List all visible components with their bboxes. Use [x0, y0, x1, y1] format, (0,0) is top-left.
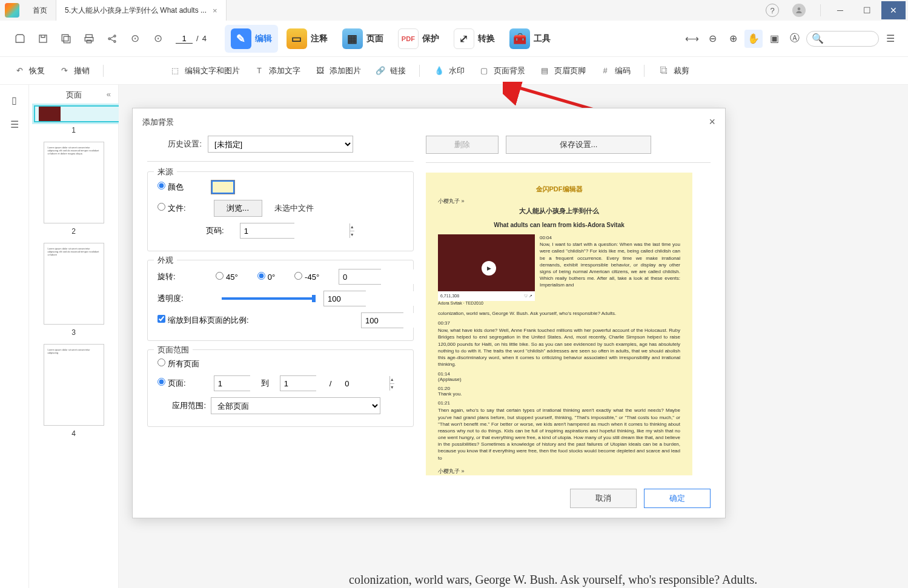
- svg-rect-1: [39, 35, 47, 42]
- add-image-button[interactable]: 🖼添加图片: [309, 62, 366, 79]
- collapse-panel-icon[interactable]: «: [107, 90, 111, 99]
- outline-rail-icon[interactable]: ☰: [8, 117, 21, 131]
- mode-tab-convert[interactable]: ⤢转换: [448, 25, 501, 53]
- page-background-button[interactable]: ▢页面背景: [473, 62, 530, 79]
- scale-value-input[interactable]: ▲▼: [361, 312, 403, 328]
- page-down-icon[interactable]: ⊙: [151, 32, 165, 45]
- header-footer-label: 页眉页脚: [554, 65, 586, 76]
- color-swatch[interactable]: [211, 180, 234, 194]
- link-label: 链接: [390, 65, 406, 76]
- page-num-input[interactable]: ▲▼: [240, 223, 294, 239]
- add-image-icon: 🖼: [314, 65, 326, 77]
- tab-home[interactable]: 首页: [24, 0, 56, 21]
- thumbnail-page-4[interactable]: Lorem ipsum dolor sit amet consectetur a…: [44, 344, 104, 426]
- scale-checkbox[interactable]: 缩放到目标页面的比例:: [157, 315, 249, 326]
- mode-tab-tools[interactable]: 🧰工具: [503, 25, 557, 53]
- redo-button[interactable]: ↷撤销: [53, 62, 94, 79]
- page-input[interactable]: [176, 34, 193, 44]
- save-settings-button[interactable]: 保存设置...: [506, 136, 651, 154]
- opacity-value-input[interactable]: ▲▼: [323, 291, 366, 306]
- svg-rect-3: [64, 36, 70, 43]
- cancel-button[interactable]: 取消: [570, 489, 637, 508]
- open-file-icon[interactable]: [13, 32, 27, 45]
- preview-p2: Now, what have kids done? Well, Anne Fra…: [438, 327, 680, 368]
- undo-button[interactable]: ↶恢复: [8, 62, 50, 79]
- page-up-icon[interactable]: ⊙: [128, 32, 142, 45]
- close-window-button[interactable]: ✕: [881, 1, 906, 19]
- thumbnails-rail-icon[interactable]: ▯: [8, 93, 21, 107]
- zoom-out-icon[interactable]: ⊖: [703, 30, 721, 48]
- browse-button[interactable]: 浏览...: [214, 200, 262, 217]
- range-to-input[interactable]: ▲▼: [280, 375, 316, 391]
- save-icon[interactable]: [36, 32, 50, 45]
- select-tool-icon[interactable]: ▣: [765, 30, 783, 48]
- thumbnail-label-3: 3: [34, 328, 113, 337]
- history-select[interactable]: [未指定]: [208, 136, 353, 153]
- rotate-0-radio[interactable]: 0°: [257, 272, 275, 282]
- pages-radio[interactable]: 页面:: [157, 378, 186, 389]
- file-radio[interactable]: 文件:: [157, 203, 186, 214]
- mode-tab-comment[interactable]: ▭注释: [280, 25, 334, 53]
- apply-range-label: 应用范围:: [164, 400, 206, 411]
- rotate-45-radio[interactable]: 45°: [216, 272, 238, 282]
- svg-rect-2: [62, 35, 68, 41]
- help-icon[interactable]: ?: [766, 4, 779, 17]
- bates-button[interactable]: #编码: [594, 62, 635, 79]
- add-text-button[interactable]: T添加文字: [248, 62, 305, 79]
- opacity-slider[interactable]: [222, 297, 313, 300]
- mode-tab-page[interactable]: ▦页面: [336, 25, 389, 53]
- edit-text-image-button[interactable]: ⬚编辑文字和图片: [164, 62, 245, 79]
- mode-tab-tools-label: 工具: [534, 33, 551, 44]
- color-radio[interactable]: 颜色: [157, 182, 184, 193]
- minimize-button[interactable]: ─: [828, 1, 852, 19]
- undo-icon: ↶: [13, 65, 25, 77]
- preview-ts5: 01:21: [438, 400, 680, 406]
- hand-tool-icon[interactable]: ✋: [744, 30, 763, 48]
- tab-document[interactable]: 5.大人能从小孩身上学到什么 What adults ... ×: [56, 0, 227, 21]
- menu-icon[interactable]: ☰: [881, 30, 900, 48]
- svg-point-0: [798, 7, 801, 10]
- search-input[interactable]: 🔍: [806, 31, 879, 47]
- page-total: 4: [202, 34, 207, 43]
- canvas-visible-text: colonization, world wars, George W. Bush…: [349, 573, 757, 587]
- tools-mode-icon: 🧰: [509, 28, 530, 49]
- undo-label: 恢复: [29, 65, 45, 76]
- page-range-section: 页面范围 所有页面 页面: ▲▼ 到 ▲▼ / 0 应用范围: 全部页面: [147, 349, 414, 427]
- crop-button[interactable]: ⿻裁剪: [653, 62, 694, 79]
- mode-tab-edit[interactable]: ✎编辑: [225, 25, 278, 53]
- range-to-label: 到: [261, 378, 269, 389]
- link-button[interactable]: 🔗链接: [369, 62, 411, 79]
- opacity-label: 透明度:: [157, 293, 188, 304]
- rotate-value-input[interactable]: ▲▼: [339, 269, 381, 285]
- preview-ts4: 01:20: [438, 386, 680, 391]
- thumbnail-label-2: 2: [34, 227, 113, 236]
- user-avatar-icon[interactable]: [792, 4, 806, 17]
- share-icon[interactable]: [105, 32, 119, 45]
- fit-width-icon[interactable]: ⟷: [683, 30, 701, 48]
- mode-tab-protect[interactable]: PDF保护: [392, 25, 445, 53]
- thumbnail-page-2[interactable]: Lorem ipsum dolor sit amet consectetur a…: [44, 142, 104, 223]
- preview-video-thumb: ▶ 6,711,308♡ ↗: [438, 234, 535, 301]
- header-footer-button[interactable]: ▤页眉页脚: [534, 62, 591, 79]
- text-select-icon[interactable]: Ⓐ: [786, 30, 804, 48]
- maximize-button[interactable]: ☐: [855, 1, 879, 19]
- bates-label: 编码: [615, 65, 631, 76]
- delete-button[interactable]: 删除: [426, 136, 499, 154]
- page-bg-label: 页面背景: [494, 65, 525, 76]
- source-section: 来源 颜色 文件: 浏览... 未选中文件 页码: ▲▼: [147, 171, 414, 251]
- print-icon[interactable]: [82, 32, 96, 45]
- range-from-input[interactable]: ▲▼: [214, 375, 250, 391]
- rotate-n45-radio[interactable]: -45°: [294, 272, 319, 282]
- apply-range-select[interactable]: 全部页面: [211, 397, 380, 414]
- view-tools: ⟷ ⊖ ⊕ ✋ ▣ Ⓐ 🔍 ☰: [683, 30, 900, 48]
- ok-button[interactable]: 确定: [644, 489, 711, 508]
- thumbnail-page-3[interactable]: Lorem ipsum dolor sit amet consectetur a…: [44, 243, 104, 325]
- save-as-icon[interactable]: [59, 32, 73, 45]
- close-tab-icon[interactable]: ×: [213, 6, 217, 15]
- all-pages-radio[interactable]: 所有页面: [157, 358, 199, 369]
- dialog-close-button[interactable]: ×: [709, 116, 715, 128]
- watermark-button[interactable]: 💧水印: [428, 62, 469, 79]
- edit-mode-icon: ✎: [231, 28, 251, 49]
- protect-mode-icon: PDF: [398, 28, 419, 49]
- zoom-in-icon[interactable]: ⊕: [724, 30, 742, 48]
